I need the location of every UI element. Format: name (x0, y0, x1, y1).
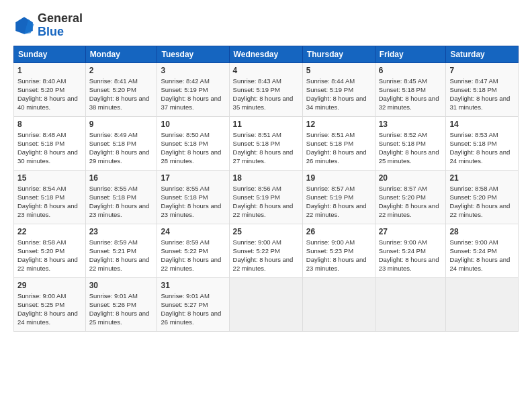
day-number: 21 (449, 173, 515, 183)
day-number: 23 (89, 227, 154, 236)
day-number: 25 (233, 227, 299, 236)
day-number: 28 (449, 227, 515, 236)
day-info: Sunrise: 8:42 AMSunset: 5:19 PMDaylight:… (161, 77, 221, 111)
calendar-week-2: 8 Sunrise: 8:48 AMSunset: 5:18 PMDayligh… (14, 116, 519, 170)
calendar-cell: 25 Sunrise: 9:00 AMSunset: 5:22 PMDaylig… (229, 224, 302, 277)
weekday-header-thursday: Thursday (302, 46, 375, 62)
day-info: Sunrise: 9:01 AMSunset: 5:26 PMDaylight:… (89, 292, 150, 326)
calendar-cell: 3 Sunrise: 8:42 AMSunset: 5:19 PMDayligh… (157, 62, 229, 116)
day-info: Sunrise: 8:59 AMSunset: 5:22 PMDaylight:… (161, 238, 221, 273)
day-number: 1 (17, 66, 82, 75)
day-info: Sunrise: 8:57 AMSunset: 5:20 PMDaylight:… (379, 185, 439, 219)
calendar-cell (229, 277, 302, 331)
day-info: Sunrise: 9:00 AMSunset: 5:24 PMDaylight:… (379, 238, 439, 273)
calendar-cell: 8 Sunrise: 8:48 AMSunset: 5:18 PMDayligh… (14, 116, 86, 170)
calendar-cell: 9 Sunrise: 8:49 AMSunset: 5:18 PMDayligh… (85, 116, 157, 170)
calendar-cell (302, 277, 375, 331)
day-number: 18 (233, 173, 299, 183)
day-number: 26 (306, 227, 371, 236)
calendar-cell (446, 277, 519, 331)
calendar-cell: 29 Sunrise: 9:00 AMSunset: 5:25 PMDaylig… (14, 277, 86, 331)
day-number: 9 (89, 120, 154, 129)
calendar-cell: 13 Sunrise: 8:52 AMSunset: 5:18 PMDaylig… (375, 116, 446, 170)
day-number: 7 (449, 66, 515, 75)
day-number: 19 (306, 173, 371, 183)
day-info: Sunrise: 8:51 AMSunset: 5:18 PMDaylight:… (233, 131, 294, 165)
calendar-cell: 21 Sunrise: 8:58 AMSunset: 5:20 PMDaylig… (446, 170, 519, 224)
day-info: Sunrise: 8:52 AMSunset: 5:18 PMDaylight:… (379, 131, 439, 165)
logo-text: General Blue (38, 12, 83, 39)
day-info: Sunrise: 8:58 AMSunset: 5:20 PMDaylight:… (17, 238, 78, 273)
day-info: Sunrise: 8:49 AMSunset: 5:18 PMDaylight:… (89, 131, 150, 165)
day-number: 12 (306, 120, 371, 129)
calendar-cell: 23 Sunrise: 8:59 AMSunset: 5:21 PMDaylig… (85, 224, 157, 277)
day-number: 5 (306, 66, 371, 75)
day-info: Sunrise: 9:00 AMSunset: 5:24 PMDaylight:… (449, 238, 510, 273)
calendar-week-1: 1 Sunrise: 8:40 AMSunset: 5:20 PMDayligh… (14, 62, 519, 116)
day-info: Sunrise: 8:48 AMSunset: 5:18 PMDaylight:… (17, 131, 78, 165)
day-info: Sunrise: 8:57 AMSunset: 5:19 PMDaylight:… (306, 185, 367, 219)
page: General Blue SundayMondayTuesdayWednesda… (0, 0, 532, 411)
day-number: 31 (161, 281, 225, 290)
calendar-week-5: 29 Sunrise: 9:00 AMSunset: 5:25 PMDaylig… (14, 277, 519, 331)
calendar-table: SundayMondayTuesdayWednesdayThursdayFrid… (13, 46, 519, 332)
day-info: Sunrise: 9:00 AMSunset: 5:25 PMDaylight:… (17, 292, 78, 326)
calendar-cell: 17 Sunrise: 8:55 AMSunset: 5:18 PMDaylig… (157, 170, 229, 224)
day-info: Sunrise: 8:41 AMSunset: 5:20 PMDaylight:… (89, 77, 150, 111)
logo: General Blue (13, 12, 83, 39)
calendar-cell: 10 Sunrise: 8:50 AMSunset: 5:18 PMDaylig… (157, 116, 229, 170)
day-info: Sunrise: 8:56 AMSunset: 5:19 PMDaylight:… (233, 185, 294, 219)
day-number: 27 (379, 227, 443, 236)
day-number: 14 (449, 120, 515, 129)
calendar-cell: 14 Sunrise: 8:53 AMSunset: 5:18 PMDaylig… (446, 116, 519, 170)
calendar-cell: 30 Sunrise: 9:01 AMSunset: 5:26 PMDaylig… (85, 277, 157, 331)
day-info: Sunrise: 8:44 AMSunset: 5:19 PMDaylight:… (306, 77, 367, 111)
day-number: 16 (89, 173, 154, 183)
day-info: Sunrise: 8:55 AMSunset: 5:18 PMDaylight:… (89, 185, 150, 219)
day-info: Sunrise: 8:54 AMSunset: 5:18 PMDaylight:… (17, 185, 78, 219)
calendar-cell: 18 Sunrise: 8:56 AMSunset: 5:19 PMDaylig… (229, 170, 302, 224)
calendar-week-3: 15 Sunrise: 8:54 AMSunset: 5:18 PMDaylig… (14, 170, 519, 224)
logo-icon (13, 15, 35, 36)
calendar-cell: 6 Sunrise: 8:45 AMSunset: 5:18 PMDayligh… (375, 62, 446, 116)
day-number: 17 (161, 173, 225, 183)
calendar-cell: 26 Sunrise: 9:00 AMSunset: 5:23 PMDaylig… (302, 224, 375, 277)
day-number: 20 (379, 173, 443, 183)
weekday-header-friday: Friday (375, 46, 446, 62)
day-info: Sunrise: 8:58 AMSunset: 5:20 PMDaylight:… (449, 185, 510, 219)
day-info: Sunrise: 8:40 AMSunset: 5:20 PMDaylight:… (17, 77, 78, 111)
day-number: 22 (17, 227, 82, 236)
calendar-cell: 7 Sunrise: 8:47 AMSunset: 5:18 PMDayligh… (446, 62, 519, 116)
calendar-cell: 1 Sunrise: 8:40 AMSunset: 5:20 PMDayligh… (14, 62, 86, 116)
day-info: Sunrise: 9:00 AMSunset: 5:23 PMDaylight:… (306, 238, 367, 273)
calendar-cell: 4 Sunrise: 8:43 AMSunset: 5:19 PMDayligh… (229, 62, 302, 116)
header: General Blue (13, 12, 519, 39)
calendar-cell: 28 Sunrise: 9:00 AMSunset: 5:24 PMDaylig… (446, 224, 519, 277)
day-number: 15 (17, 173, 82, 183)
day-info: Sunrise: 9:00 AMSunset: 5:22 PMDaylight:… (233, 238, 294, 273)
day-number: 4 (233, 66, 299, 75)
day-number: 6 (379, 66, 443, 75)
weekday-header-tuesday: Tuesday (157, 46, 229, 62)
day-number: 29 (17, 281, 82, 290)
weekday-header-monday: Monday (85, 46, 157, 62)
day-info: Sunrise: 8:51 AMSunset: 5:18 PMDaylight:… (306, 131, 367, 165)
calendar-cell: 15 Sunrise: 8:54 AMSunset: 5:18 PMDaylig… (14, 170, 86, 224)
day-number: 8 (17, 120, 82, 129)
weekday-header-sunday: Sunday (14, 46, 86, 62)
day-info: Sunrise: 8:53 AMSunset: 5:18 PMDaylight:… (449, 131, 510, 165)
day-number: 13 (379, 120, 443, 129)
day-info: Sunrise: 9:01 AMSunset: 5:27 PMDaylight:… (161, 292, 221, 326)
calendar-cell: 11 Sunrise: 8:51 AMSunset: 5:18 PMDaylig… (229, 116, 302, 170)
weekday-header-saturday: Saturday (446, 46, 519, 62)
day-number: 10 (161, 120, 225, 129)
calendar-cell: 27 Sunrise: 9:00 AMSunset: 5:24 PMDaylig… (375, 224, 446, 277)
calendar-cell: 2 Sunrise: 8:41 AMSunset: 5:20 PMDayligh… (85, 62, 157, 116)
day-info: Sunrise: 8:43 AMSunset: 5:19 PMDaylight:… (233, 77, 294, 111)
day-info: Sunrise: 8:50 AMSunset: 5:18 PMDaylight:… (161, 131, 221, 165)
calendar-cell: 16 Sunrise: 8:55 AMSunset: 5:18 PMDaylig… (85, 170, 157, 224)
calendar-cell: 22 Sunrise: 8:58 AMSunset: 5:20 PMDaylig… (14, 224, 86, 277)
weekday-header-row: SundayMondayTuesdayWednesdayThursdayFrid… (14, 46, 519, 62)
calendar-cell (375, 277, 446, 331)
day-number: 11 (233, 120, 299, 129)
